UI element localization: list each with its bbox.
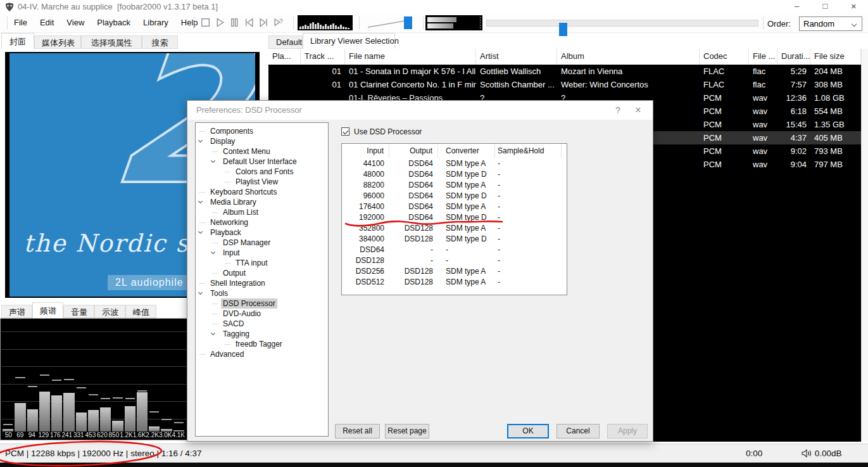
dsd-table-row[interactable]: 192000DSD64SDM type D- — [342, 212, 567, 222]
tree-item-components[interactable]: Components — [196, 126, 328, 136]
tree-item-freedb-tagger[interactable]: freedb Tagger — [196, 339, 328, 349]
chevron-down-icon[interactable] — [211, 158, 215, 163]
tree-item-tools[interactable]: Tools — [196, 288, 328, 298]
vis-tab-item-3[interactable]: 示波 — [94, 305, 125, 318]
playlist-column-pla[interactable]: Pla... — [268, 49, 301, 65]
tree-item-playback[interactable]: Playback — [196, 227, 328, 238]
tree-item-display[interactable]: Display — [196, 136, 328, 146]
close-button[interactable]: × — [840, 0, 868, 14]
dsd-table-row[interactable]: 48000DSD64SDM type D- — [342, 169, 567, 179]
order-dropdown[interactable]: Random — [799, 16, 862, 31]
tree-item-networking[interactable]: Networking — [196, 217, 328, 227]
menu-edit[interactable]: Edit — [34, 14, 60, 33]
dsd-table-row[interactable]: DSD512DSD128SDM type A- — [342, 276, 567, 287]
chevron-down-icon[interactable] — [198, 290, 203, 295]
playlist-scrollbar[interactable] — [861, 49, 868, 442]
tree-item-dsp-manager[interactable]: DSP Manager — [196, 238, 328, 248]
dsd-table-row[interactable]: 96000DSD64SDM type D- — [342, 190, 567, 201]
ok-button[interactable]: OK — [507, 424, 549, 438]
tab-library-viewer-selection[interactable]: Library Viewer Selection — [303, 33, 395, 49]
previous-button[interactable] — [243, 16, 255, 29]
playlist-column-file-size[interactable]: File size — [810, 49, 861, 65]
playlist-column-artist[interactable]: Artist — [476, 49, 557, 65]
playlist-column-track[interactable]: Track ... — [301, 49, 345, 65]
chevron-down-icon[interactable] — [211, 331, 215, 335]
tree-item-dsd-processor[interactable]: DSD Processor — [196, 298, 328, 309]
dialog-help-button[interactable]: ? — [608, 103, 627, 117]
next-button[interactable] — [258, 16, 270, 29]
pause-button[interactable] — [229, 16, 241, 29]
tab-item-3[interactable]: 搜索 — [142, 35, 178, 49]
mini-vis-bar — [330, 25, 332, 29]
menu-file[interactable]: File — [8, 14, 34, 33]
spectrum-slot — [173, 324, 185, 432]
volume-slider[interactable] — [365, 15, 419, 30]
dsd-table-row[interactable]: 352800DSD128SDM type A- — [342, 222, 567, 233]
tree-item-media-library[interactable]: Media Library — [196, 197, 328, 207]
menu-playback[interactable]: Playback — [91, 14, 137, 33]
tab-item-0[interactable]: 封面 — [1, 33, 34, 49]
reset-page-button[interactable]: Reset page — [385, 424, 429, 438]
playlist-column-file-name[interactable]: File name — [345, 49, 476, 65]
tree-connector — [212, 151, 218, 152]
tree-item-default-user-interface[interactable]: Default User Interface — [196, 157, 328, 167]
tree-item-playlist-view[interactable]: Playlist View — [196, 177, 328, 187]
vis-tab-item-4[interactable]: 峰值 — [125, 305, 156, 318]
play-button[interactable] — [214, 16, 226, 29]
stop-button[interactable] — [199, 16, 211, 29]
playlist-cell-size: 204 MB — [810, 65, 861, 78]
chevron-down-icon[interactable] — [198, 229, 203, 234]
tab-default[interactable]: Default — [268, 35, 303, 49]
seek-bar[interactable] — [486, 20, 758, 27]
cancel-button[interactable]: Cancel — [557, 424, 600, 438]
maximize-button[interactable]: □ — [811, 0, 840, 14]
vis-tab-item-1[interactable]: 频谱 — [32, 302, 63, 318]
tree-item-advanced[interactable]: Advanced — [196, 349, 328, 359]
playlist-column-codec[interactable]: Codec — [700, 49, 749, 65]
tab-item-1[interactable]: 媒体列表 — [34, 35, 81, 49]
dsd-table-row[interactable]: 88200DSD64SDM type A- — [342, 179, 567, 190]
chevron-down-icon[interactable] — [198, 199, 203, 203]
tree-item-output[interactable]: Output — [196, 268, 328, 278]
playlist-row[interactable]: 0101 Clarinet Concerto No. 1 in F min...… — [268, 78, 861, 91]
use-dsd-processor-checkbox[interactable] — [341, 127, 349, 136]
tree-item-label: Input — [221, 248, 242, 258]
tree-item-input[interactable]: Input — [196, 248, 328, 258]
playlist-column-durati[interactable]: Durati... — [777, 49, 810, 65]
tree-item-colors-and-fonts[interactable]: Colors and Fonts — [196, 167, 328, 177]
tree-item-context-menu[interactable]: Context Menu — [196, 146, 328, 157]
dsd-table-row[interactable]: 176400DSD64SDM type A- — [342, 201, 567, 212]
reset-all-button[interactable]: Reset all — [335, 424, 380, 438]
tree-item-keyboard-shortcuts[interactable]: Keyboard Shortcuts — [196, 187, 328, 197]
toolbar-visualization[interactable] — [298, 15, 353, 30]
playlist-column-file[interactable]: File ... — [749, 49, 777, 65]
tree-item-album-list[interactable]: Album List — [196, 207, 328, 217]
dsd-table-row[interactable]: DSD128--- — [342, 255, 567, 265]
playlist-column-album[interactable]: Album — [557, 49, 700, 65]
minimize-button[interactable]: – — [783, 0, 811, 14]
tree-item-dvd-audio[interactable]: DVD-Audio — [196, 309, 328, 319]
dsd-table-row[interactable]: DSD256DSD128SDM type A- — [342, 265, 567, 276]
dialog-close-button[interactable]: × — [629, 103, 648, 117]
mini-vis-bar — [320, 25, 322, 29]
playlist-row[interactable]: 0101 - Sonata in D major K 576 - I All..… — [268, 65, 861, 78]
chevron-down-icon[interactable] — [211, 250, 215, 254]
tree-item-tta-input[interactable]: TTA input — [196, 258, 328, 268]
tree-item-shell-integration[interactable]: Shell Integration — [196, 278, 328, 288]
chevron-down-icon[interactable] — [198, 138, 203, 143]
vis-tab-item-0[interactable]: 声谱 — [1, 305, 32, 318]
menu-view[interactable]: View — [60, 14, 91, 33]
volume-slider-thumb[interactable] — [404, 16, 412, 29]
tab-item-2[interactable]: 选择项属性 — [81, 35, 142, 49]
dsd-table-row[interactable]: DSD64--- — [342, 244, 567, 255]
menu-library[interactable]: Library — [137, 14, 175, 33]
dsd-cell-output: DSD128 — [389, 276, 438, 287]
dsd-table-row[interactable]: 384000DSD128SDM type D- — [342, 233, 567, 244]
status-track-info: PCM | 12288 kbps | 192000 Hz | stereo | … — [5, 449, 201, 458]
vis-tab-item-2[interactable]: 音量 — [63, 305, 94, 318]
random-button[interactable]: ? — [272, 16, 284, 29]
dsd-table-row[interactable]: 44100DSD64SDM type A- — [342, 158, 567, 169]
tree-item-sacd[interactable]: SACD — [196, 319, 328, 329]
dsd-cell-sample-hold: - — [495, 169, 562, 179]
tree-item-tagging[interactable]: Tagging — [196, 329, 328, 339]
